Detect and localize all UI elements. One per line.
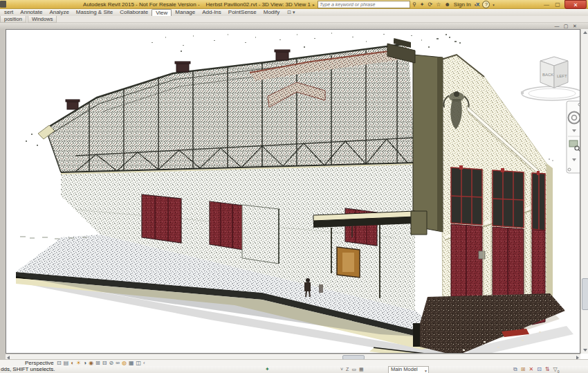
tab-pointsense[interactable]: PointSense [225, 9, 260, 16]
view-restore-button[interactable]: ▢ [562, 23, 570, 29]
tab-view[interactable]: View [151, 9, 172, 16]
analytical-model-icon[interactable]: ◫ [136, 360, 141, 366]
status-message: dds, SHIFT unselects. [1, 367, 55, 372]
sun-path-icon[interactable]: ☀ [76, 360, 81, 366]
status-bar: dds, SHIFT unselects. ✦ ˅ Z ▭ ▦ Main Mod… [0, 366, 588, 373]
view-close-button[interactable]: ✕ [571, 23, 579, 29]
document-title: Herbst Pavilion02.rvt - 3D View: 3D View… [206, 1, 311, 8]
tab-manage[interactable]: Manage [172, 9, 199, 16]
tab-modify[interactable]: Modify [260, 9, 284, 16]
workset-controls: ˅ Z ▭ ▦ [340, 366, 364, 373]
select-by-face-icon[interactable]: ⊡ [537, 366, 542, 373]
quick-access-toolbar-fragment[interactable] [0, 1, 6, 8]
viewcube[interactable]: BACK LEFT [521, 57, 580, 100]
vertical-scrollbar[interactable] [580, 29, 588, 354]
workset-caret-icon[interactable]: ˅ [340, 366, 343, 373]
panel-button-composition[interactable]: position [0, 16, 26, 23]
reveal-hidden-icon[interactable]: ◍ [122, 360, 127, 366]
hide-isolate-icon[interactable]: ∞ [116, 360, 120, 366]
ribbon-tab-row: sert Annotate Analyze Massing & Site Col… [0, 9, 588, 16]
design-options-dropdown[interactable]: Main Model ▼ [388, 366, 429, 373]
worksharing-status-icon[interactable]: ✦ [265, 366, 270, 373]
editable-only-icon[interactable]: Z [346, 366, 349, 373]
navigation-bar[interactable] [567, 101, 580, 173]
search-input[interactable] [318, 1, 410, 8]
crop-view-icon[interactable]: ⊞ [95, 360, 100, 366]
search-binoculars-icon[interactable]: ⚲ [412, 1, 416, 8]
infocenter-caret-icon[interactable]: ▸ [313, 2, 315, 7]
selection-toggles: ⧉ ⊞ ✕ ⊡ ⇅ ▽0 [513, 366, 559, 373]
subscription-center-icon[interactable]: ✦ [420, 1, 425, 8]
exchange-apps-icon[interactable]: X [476, 1, 479, 8]
crop-size-icon[interactable]: ⊡ [57, 360, 62, 366]
dropdown-caret-icon[interactable]: ▼ [424, 368, 428, 373]
ribbon-panel-row: position Windows [0, 16, 588, 23]
select-pinned-icon[interactable]: ✕ [529, 366, 533, 373]
workset-gray-icon[interactable]: ▦ [359, 366, 364, 373]
temp-view-properties-icon[interactable]: ▦ [129, 360, 134, 366]
sign-in-button[interactable]: Sign In [454, 1, 471, 8]
filter-count: 0 [558, 370, 560, 373]
visual-style-icon[interactable]: ◐ [71, 360, 74, 366]
show-crop-icon[interactable]: ⊟ [102, 360, 107, 366]
drawing-area[interactable]: BACK LEFT [6, 29, 580, 354]
sign-in-person-icon[interactable]: ☻ [444, 1, 450, 8]
perspective-label[interactable]: Perspective [25, 360, 54, 366]
worksets-dialog-icon[interactable]: ▭ [351, 366, 356, 373]
tab-analyze[interactable]: Analyze [46, 9, 72, 16]
unlock-3d-icon[interactable]: ⊘ [109, 360, 114, 366]
tab-addins[interactable]: Add-Ins [199, 9, 225, 16]
drag-on-selection-icon[interactable]: ⇅ [545, 366, 550, 373]
viewcube-face-back[interactable]: BACK [542, 73, 553, 77]
title-bar: Autodesk Revit 2015 - Not For Resale Ver… [0, 0, 588, 9]
detail-level-icon[interactable]: ▤ [64, 360, 69, 366]
scroll-down-arrow[interactable] [583, 349, 587, 352]
collapse-icon[interactable]: ‹ [143, 360, 145, 366]
panel-button-windows[interactable]: Windows [28, 16, 57, 23]
tab-collaborate[interactable]: Collaborate [116, 9, 151, 16]
tab-massing-site[interactable]: Massing & Site [73, 9, 116, 16]
scroll-up-arrow[interactable] [583, 31, 587, 34]
design-option-value: Main Model [391, 366, 418, 372]
left-edge-strip [0, 29, 6, 366]
select-underlay-icon[interactable]: ⊞ [521, 366, 526, 373]
horizontal-scrollbar[interactable] [6, 354, 580, 359]
infocenter-icons: ⚲ ✦ ⟳ ☆ ☻ Sign In ▾ [412, 0, 476, 9]
restore-button[interactable]: ▢ [553, 0, 562, 9]
tab-insert[interactable]: sert [1, 9, 17, 16]
shadows-icon[interactable]: ◑ [83, 360, 86, 366]
help-caret-icon[interactable]: ▾ [493, 3, 495, 7]
help-icon[interactable]: ? [482, 1, 490, 8]
close-button[interactable]: ✕ [564, 0, 587, 9]
point-cloud-scene: BACK LEFT [6, 30, 580, 353]
select-links-icon[interactable]: ⧉ [513, 366, 517, 373]
communication-center-icon[interactable]: ⟳ [428, 1, 433, 8]
view-control-bar: Perspective ⊡ ▤ ◐ ☀ ◑ ◉ ⊞ ⊟ ⊘ ∞ ◍ ▦ ◫ ‹ [0, 359, 588, 366]
vertical-scroll-thumb[interactable] [582, 278, 588, 310]
mdi-strip: — ▢ ✕ [0, 23, 588, 29]
ribbon-toggle-icon[interactable]: ⊡ ▾ [287, 10, 295, 15]
window-title: Autodesk Revit 2015 - Not For Resale Ver… [77, 1, 316, 8]
rendering-dialog-icon[interactable]: ◉ [89, 360, 93, 366]
tab-annotate[interactable]: Annotate [17, 9, 46, 16]
app-title: Autodesk Revit 2015 - Not For Resale Ver… [83, 1, 200, 8]
revit-application-window: Autodesk Revit 2015 - Not For Resale Ver… [0, 0, 588, 373]
minimize-button[interactable]: — [542, 0, 551, 9]
favorites-star-icon[interactable]: ☆ [436, 1, 441, 8]
filter-icon[interactable]: ▽0 [553, 366, 560, 373]
viewcube-face-left[interactable]: LEFT [557, 74, 567, 78]
infocenter-right-icons: X ? ▾ [476, 0, 495, 9]
view-minimize-button[interactable]: — [553, 23, 561, 29]
